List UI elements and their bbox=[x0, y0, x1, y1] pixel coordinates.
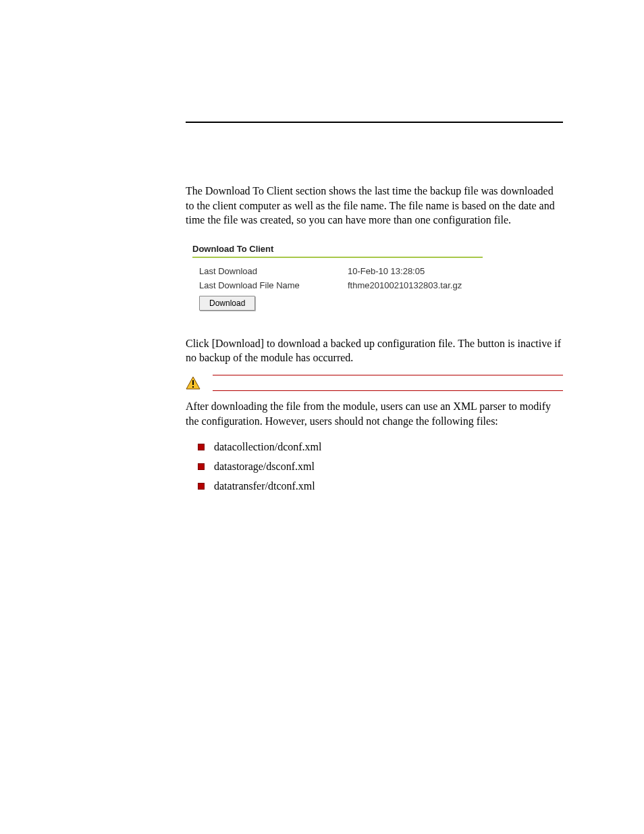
protected-files-list: datacollection/dconf.xml datastorage/dsc… bbox=[186, 438, 563, 496]
header-rule bbox=[186, 122, 563, 123]
label-last-download: Last Download bbox=[199, 266, 348, 276]
label-last-download-filename: Last Download File Name bbox=[199, 280, 348, 290]
value-last-download-filename: fthme20100210132803.tar.gz bbox=[348, 280, 483, 290]
list-item: datatransfer/dtconf.xml bbox=[186, 477, 563, 496]
row-last-download: Last Download 10-Feb-10 13:28:05 bbox=[192, 265, 483, 279]
download-button[interactable]: Download bbox=[199, 296, 255, 311]
paragraph-download-note: Click [Download] to download a backed up… bbox=[186, 336, 563, 365]
value-last-download: 10-Feb-10 13:28:05 bbox=[348, 266, 483, 276]
panel-heading: Download To Client bbox=[192, 244, 483, 257]
attention-callout bbox=[186, 375, 563, 391]
warning-icon bbox=[186, 376, 213, 390]
list-item: datastorage/dsconf.xml bbox=[186, 457, 563, 477]
paragraph-intro: The Download To Client section shows the… bbox=[186, 184, 563, 228]
svg-rect-2 bbox=[192, 386, 194, 388]
row-last-download-filename: Last Download File Name fthme20100210132… bbox=[192, 279, 483, 293]
svg-rect-1 bbox=[192, 380, 194, 385]
attention-rule-bottom bbox=[213, 390, 563, 391]
attention-rule-top bbox=[213, 375, 563, 375]
list-item: datacollection/dconf.xml bbox=[186, 438, 563, 457]
paragraph-xml-note: After downloading the file from the modu… bbox=[186, 399, 563, 428]
panel-divider bbox=[192, 257, 483, 258]
download-to-client-panel: Download To Client Last Download 10-Feb-… bbox=[186, 240, 489, 317]
